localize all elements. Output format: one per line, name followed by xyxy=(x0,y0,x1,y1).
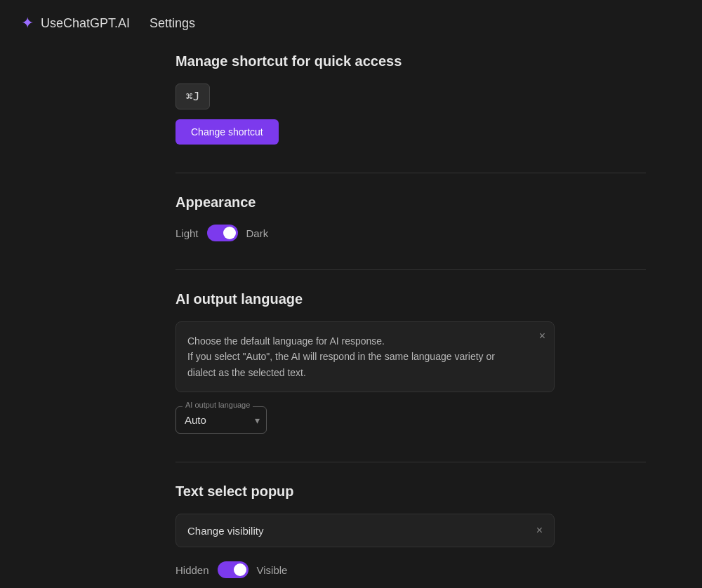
visibility-toggle[interactable] xyxy=(218,561,249,578)
change-shortcut-button[interactable]: Change shortcut xyxy=(176,119,279,145)
appearance-section: Appearance Light Dark xyxy=(176,194,646,241)
divider-2 xyxy=(176,269,646,270)
text-select-section-title: Text select popup xyxy=(176,483,646,500)
visibility-close-button[interactable]: × xyxy=(536,524,543,537)
shortcut-section: Manage shortcut for quick access ⌘J Chan… xyxy=(176,53,646,145)
text-select-section: Text select popup Change visibility × Hi… xyxy=(176,483,646,588)
theme-toggle-slider xyxy=(207,225,238,241)
hidden-visible-row: Hidden Visible xyxy=(176,561,646,578)
dark-label: Dark xyxy=(246,227,269,239)
language-select[interactable]: Auto English Chinese Japanese Spanish Fr… xyxy=(176,406,267,434)
visibility-box: Change visibility × xyxy=(176,514,555,547)
light-label: Light xyxy=(176,227,199,239)
language-select-wrapper: AI output language Auto English Chinese … xyxy=(176,406,267,434)
shortcut-section-title: Manage shortcut for quick access xyxy=(176,53,646,69)
shortcut-key-display: ⌘J xyxy=(176,83,210,109)
hidden-label: Hidden xyxy=(176,564,209,576)
visibility-label: Change visibility xyxy=(187,525,263,537)
info-box-close-button[interactable]: × xyxy=(539,330,545,342)
info-line1: Choose the default language for AI respo… xyxy=(187,335,385,347)
info-line2: If you select "Auto", the AI will respon… xyxy=(187,351,495,377)
logo-icon: ✦ xyxy=(21,14,34,32)
ai-language-section: AI output language Choose the default la… xyxy=(176,291,646,434)
theme-toggle[interactable] xyxy=(207,225,238,241)
visible-label: Visible xyxy=(257,564,288,576)
app-header: ✦ UseChatGPT.AI Settings xyxy=(0,0,702,46)
ai-language-section-title: AI output language xyxy=(176,291,646,307)
app-name: UseChatGPT.AI xyxy=(41,16,130,31)
divider-3 xyxy=(176,462,646,462)
divider-1 xyxy=(176,173,646,173)
visibility-toggle-slider xyxy=(218,561,249,578)
appearance-toggle-row: Light Dark xyxy=(176,225,646,241)
page-title: Settings xyxy=(150,16,195,31)
ai-language-info-box: Choose the default language for AI respo… xyxy=(176,321,555,392)
language-select-label: AI output language xyxy=(183,401,253,409)
main-content: Manage shortcut for quick access ⌘J Chan… xyxy=(0,46,702,588)
appearance-section-title: Appearance xyxy=(176,194,646,211)
